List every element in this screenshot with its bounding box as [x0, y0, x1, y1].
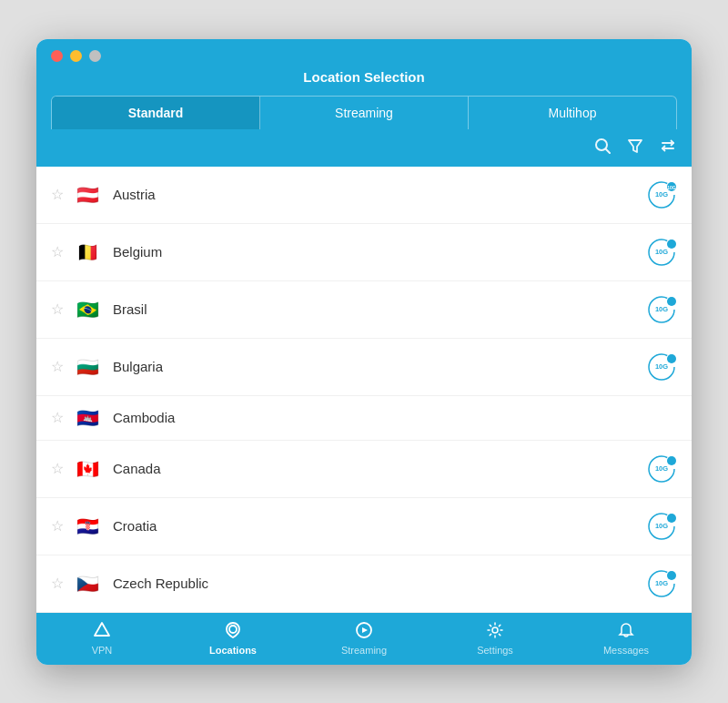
table-row[interactable]: ☆ 🇭🇷 Croatia 10G	[36, 498, 692, 555]
speed-badge: 10G	[646, 511, 677, 542]
svg-point-13	[667, 354, 676, 363]
gear-icon	[487, 622, 503, 642]
tab-multihop[interactable]: Multihop	[469, 97, 676, 129]
window-title: Location Selection	[303, 69, 424, 85]
country-name: Bulgaria	[113, 359, 646, 374]
vpn-icon	[94, 622, 110, 642]
speed-badge: 10G	[646, 568, 677, 599]
svg-line-1	[606, 148, 611, 153]
favorite-star[interactable]: ☆	[51, 358, 64, 375]
traffic-lights	[51, 50, 101, 62]
nav-item-messages[interactable]: Messages	[561, 613, 692, 665]
nav-label-streaming: Streaming	[341, 645, 387, 656]
speed-badge: 10G	[646, 352, 677, 382]
table-row[interactable]: ☆ 🇧🇪 Belgium 10G	[36, 224, 692, 281]
svg-marker-20	[95, 623, 109, 636]
country-name: Czech Republic	[113, 576, 646, 591]
favorite-star[interactable]: ☆	[51, 186, 64, 203]
nav-item-settings[interactable]: Settings	[430, 613, 561, 665]
country-flag: 🇨🇦	[75, 460, 100, 478]
nav-label-messages: Messages	[603, 645, 649, 656]
svg-point-24	[492, 627, 498, 633]
table-row[interactable]: ☆ 🇨🇦 Canada 10G	[36, 441, 692, 498]
bottom-navigation: VPN Locations Streaming	[36, 613, 692, 665]
filter-icon[interactable]	[626, 137, 644, 159]
svg-marker-2	[629, 140, 642, 152]
tab-bar: Standard Streaming Multihop	[51, 96, 677, 129]
nav-item-streaming[interactable]: Streaming	[298, 613, 430, 665]
favorite-star[interactable]: ☆	[51, 243, 64, 260]
country-name: Cambodia	[113, 410, 677, 425]
table-row[interactable]: ☆ 🇨🇿 Czech Republic 10G	[36, 555, 692, 613]
svg-text:10G: 10G	[667, 185, 676, 190]
tab-streaming[interactable]: Streaming	[260, 97, 469, 129]
table-row[interactable]: ☆ 🇧🇬 Bulgaria 10G	[36, 339, 692, 396]
main-window: Location Selection Standard Streaming Mu…	[36, 39, 692, 665]
country-name: Croatia	[113, 518, 646, 534]
country-name: Canada	[113, 461, 646, 476]
location-icon	[225, 622, 241, 642]
country-flag: 🇦🇹	[75, 186, 100, 204]
favorite-star[interactable]: ☆	[51, 517, 64, 535]
country-flag: 🇰🇭	[75, 409, 100, 427]
country-flag: 🇧🇬	[75, 358, 100, 376]
svg-marker-23	[362, 627, 368, 633]
location-list: ☆ 🇦🇹 Austria 10G 10G ☆ 🇧🇪 Belgium	[36, 167, 692, 613]
favorite-star[interactable]: ☆	[51, 409, 64, 426]
speed-badge: 10G	[646, 294, 677, 325]
titlebar: Location Selection Standard Streaming Mu…	[36, 39, 692, 129]
country-flag: 🇭🇷	[75, 517, 100, 535]
svg-point-9	[667, 239, 676, 249]
favorite-star[interactable]: ☆	[51, 301, 64, 318]
favorite-star[interactable]: ☆	[51, 575, 64, 592]
nav-label-locations: Locations	[209, 645, 257, 656]
minimize-button[interactable]	[70, 50, 82, 62]
country-name: Belgium	[113, 244, 646, 260]
svg-point-11	[667, 297, 676, 306]
table-row[interactable]: ☆ 🇧🇷 Brasil 10G	[36, 281, 692, 339]
toolbar	[36, 129, 692, 167]
close-button[interactable]	[51, 50, 63, 62]
svg-point-15	[667, 456, 676, 465]
nav-item-vpn[interactable]: VPN	[36, 613, 167, 665]
country-flag: 🇧🇷	[75, 301, 100, 319]
svg-point-19	[667, 571, 676, 580]
tab-standard[interactable]: Standard	[52, 97, 260, 129]
speed-badge: 10G 10G	[646, 179, 677, 210]
table-row[interactable]: ☆ 🇦🇹 Austria 10G 10G	[36, 167, 692, 224]
table-row[interactable]: ☆ 🇰🇭 Cambodia	[36, 396, 692, 441]
favorite-star[interactable]: ☆	[51, 460, 64, 477]
nav-label-vpn: VPN	[92, 645, 113, 656]
svg-point-21	[229, 626, 237, 633]
nav-item-locations[interactable]: Locations	[167, 613, 298, 665]
speed-badge: 10G	[646, 237, 677, 268]
svg-point-17	[667, 514, 676, 523]
sort-icon[interactable]	[659, 137, 677, 159]
play-icon	[356, 622, 372, 642]
maximize-button[interactable]	[89, 50, 101, 62]
country-flag: 🇨🇿	[75, 575, 100, 593]
nav-label-settings: Settings	[477, 645, 513, 656]
country-flag: 🇧🇪	[75, 243, 100, 261]
country-name: Brasil	[113, 301, 646, 317]
bell-icon	[618, 622, 634, 642]
country-name: Austria	[113, 187, 646, 202]
speed-badge: 10G	[646, 453, 677, 484]
search-icon[interactable]	[593, 137, 612, 159]
